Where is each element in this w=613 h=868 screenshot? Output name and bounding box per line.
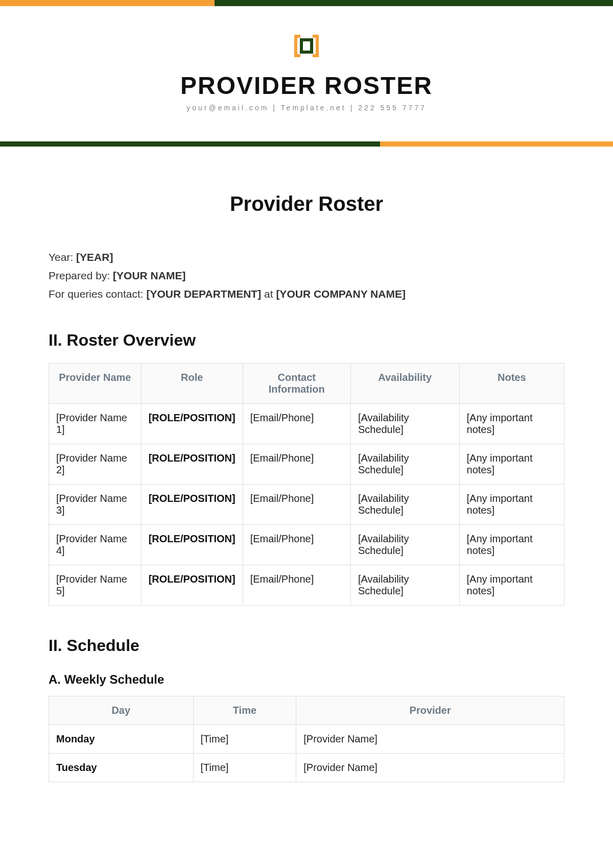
cell-contact: [Email/Phone]: [243, 525, 350, 565]
meta-contact-mid: at: [261, 288, 276, 300]
cell-role: [ROLE/POSITION]: [141, 565, 243, 606]
cell-provider-name: [Provider Name 1]: [49, 404, 142, 444]
document-body: Provider Roster Year: [YEAR] Prepared by…: [0, 147, 613, 782]
cell-notes: [Any important notes]: [459, 404, 564, 444]
cell-provider-name: [Provider Name 5]: [49, 565, 142, 606]
cell-provider: [Provider Name]: [296, 725, 564, 754]
table-row: Tuesday [Time] [Provider Name]: [49, 754, 564, 782]
cell-provider-name: [Provider Name 2]: [49, 444, 142, 485]
roster-overview-table: Provider Name Role Contact Information A…: [49, 363, 564, 606]
cell-role: [ROLE/POSITION]: [141, 444, 243, 485]
cell-provider-name: [Provider Name 3]: [49, 485, 142, 525]
th-notes: Notes: [459, 364, 564, 404]
document-header: PROVIDER ROSTER your@email.com | Templat…: [0, 6, 613, 127]
svg-rect-0: [301, 40, 312, 52]
cell-notes: [Any important notes]: [459, 444, 564, 485]
table-header-row: Provider Name Role Contact Information A…: [49, 364, 564, 404]
mid-accent-green: [0, 141, 380, 147]
section-heading-schedule: II. Schedule: [49, 636, 564, 655]
cell-role: [ROLE/POSITION]: [141, 525, 243, 565]
cell-day: Monday: [49, 725, 194, 754]
header-subline: your@email.com | Template.net | 222 555 …: [0, 104, 613, 112]
meta-prepared: Prepared by: [YOUR NAME]: [49, 270, 564, 282]
th-provider: Provider: [296, 696, 564, 725]
meta-contact: For queries contact: [YOUR DEPARTMENT] a…: [49, 288, 564, 300]
th-day: Day: [49, 696, 194, 725]
cell-availability: [Availability Schedule]: [350, 525, 459, 565]
meta-contact-prefix: For queries contact:: [49, 288, 146, 300]
sub-heading-weekly: A. Weekly Schedule: [49, 672, 564, 687]
th-availability: Availability: [350, 364, 459, 404]
meta-prepared-label: Prepared by:: [49, 270, 113, 281]
meta-contact-dept: [YOUR DEPARTMENT]: [146, 288, 261, 300]
header-title: PROVIDER ROSTER: [0, 71, 613, 100]
table-row: [Provider Name 2] [ROLE/POSITION] [Email…: [49, 444, 564, 485]
section-heading-overview: II. Roster Overview: [49, 331, 564, 350]
mid-accent-bar: [0, 141, 613, 147]
cell-contact: [Email/Phone]: [243, 444, 350, 485]
cell-notes: [Any important notes]: [459, 525, 564, 565]
th-contact: Contact Information: [243, 364, 350, 404]
cell-contact: [Email/Phone]: [243, 565, 350, 606]
table-row: [Provider Name 4] [ROLE/POSITION] [Email…: [49, 525, 564, 565]
cell-role: [ROLE/POSITION]: [141, 404, 243, 444]
th-provider-name: Provider Name: [49, 364, 142, 404]
cell-time: [Time]: [193, 725, 296, 754]
meta-year-label: Year:: [49, 251, 76, 263]
meta-year: Year: [YEAR]: [49, 251, 564, 263]
cell-availability: [Availability Schedule]: [350, 565, 459, 606]
top-accent-bar: [0, 0, 613, 6]
cell-time: [Time]: [193, 754, 296, 782]
cell-notes: [Any important notes]: [459, 485, 564, 525]
meta-contact-company: [YOUR COMPANY NAME]: [276, 288, 406, 300]
page-title: Provider Roster: [49, 192, 564, 215]
cell-availability: [Availability Schedule]: [350, 485, 459, 525]
cell-contact: [Email/Phone]: [243, 485, 350, 525]
meta-prepared-value: [YOUR NAME]: [113, 270, 185, 281]
cell-provider: [Provider Name]: [296, 754, 564, 782]
table-header-row: Day Time Provider: [49, 696, 564, 725]
cell-availability: [Availability Schedule]: [350, 404, 459, 444]
cell-role: [ROLE/POSITION]: [141, 485, 243, 525]
th-time: Time: [193, 696, 296, 725]
cell-provider-name: [Provider Name 4]: [49, 525, 142, 565]
mid-accent-orange: [380, 141, 613, 147]
meta-year-value: [YEAR]: [76, 251, 113, 263]
top-accent-green: [215, 0, 613, 6]
cell-notes: [Any important notes]: [459, 565, 564, 606]
weekly-schedule-table: Day Time Provider Monday [Time] [Provide…: [49, 696, 564, 782]
logo-icon: [290, 32, 323, 62]
cell-availability: [Availability Schedule]: [350, 444, 459, 485]
cell-day: Tuesday: [49, 754, 194, 782]
th-role: Role: [141, 364, 243, 404]
table-row: [Provider Name 3] [ROLE/POSITION] [Email…: [49, 485, 564, 525]
table-row: [Provider Name 5] [ROLE/POSITION] [Email…: [49, 565, 564, 606]
cell-contact: [Email/Phone]: [243, 404, 350, 444]
table-row: Monday [Time] [Provider Name]: [49, 725, 564, 754]
table-row: [Provider Name 1] [ROLE/POSITION] [Email…: [49, 404, 564, 444]
top-accent-orange: [0, 0, 215, 6]
